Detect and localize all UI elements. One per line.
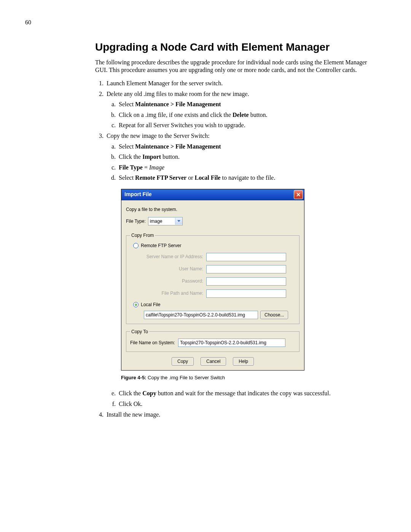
step-2-text: Delete any old .img files to make room f… [107,91,249,97]
copy-button[interactable]: Copy [172,357,194,366]
file-path-input[interactable] [206,289,286,298]
filetype-dropdown-button[interactable] [175,218,182,225]
filetype-combo[interactable] [148,217,183,225]
dialog-button-row: Copy Cancel Help [126,357,299,366]
copy-from-group: Copy From Remote FTP Server Server Name … [126,232,299,324]
local-file-input[interactable] [144,311,258,319]
step-3f: Click Ok. [117,400,377,408]
local-file-radio-row[interactable]: Local File [133,302,295,308]
step-1: Launch Element Manager for the server sw… [105,79,377,88]
local-file-label: Local File [141,302,160,308]
step-2a: Select Maintenance > File Management [117,100,377,109]
cancel-button[interactable]: Cancel [201,357,226,366]
step-3-substeps-cont: Click the Copy button and wait for the m… [107,389,377,408]
copy-to-legend: Copy To [130,329,149,335]
choose-button[interactable]: Choose... [260,311,288,319]
remote-ftp-label: Remote FTP Server [141,243,181,249]
step-4: Install the new image. [105,411,377,419]
dialog-body: Copy a file to the system. File Type: [121,200,304,370]
figure-caption: Figure 4-5: Copy the .img File to Server… [121,374,377,381]
user-name-label: User Name: [144,266,203,272]
step-2: Delete any old .img files to make room f… [105,90,377,129]
dialog-title: Import File [124,191,152,198]
local-file-radio[interactable] [133,302,139,307]
server-name-input[interactable] [206,253,286,261]
step-3: Copy the new image to the Server Switch:… [105,132,377,408]
step-3b: Click the Import button. [117,153,377,161]
step-3-text: Copy the new image to the Server Switch: [107,133,210,139]
svg-marker-2 [177,220,180,222]
step-3-substeps: Select Maintenance > File Management Cli… [107,142,377,182]
import-file-dialog: Import File Copy a file to the system. F… [121,189,304,371]
figure-text: Copy the .img File to Server Switch [146,375,225,380]
chevron-down-icon [177,220,180,222]
dialog-titlebar: Import File [121,189,304,200]
intro-paragraph: The following procedure describes the up… [95,59,377,74]
filetype-label: File Type: [126,218,146,224]
password-input[interactable] [206,277,286,286]
password-label: Password: [144,278,203,284]
remote-ftp-radio[interactable] [133,243,139,248]
step-3a: Select Maintenance > File Management [117,142,377,151]
filetype-input[interactable] [148,218,175,225]
step-3c: File Type = Image [117,163,377,172]
file-name-system-input[interactable] [178,339,285,347]
remote-ftp-radio-row[interactable]: Remote FTP Server [133,243,295,249]
step-3e: Click the Copy button and wait for the m… [117,389,377,398]
file-path-label: File Path and Name: [144,290,203,296]
dialog-subtitle: Copy a file to the system. [126,206,299,212]
user-name-input[interactable] [206,265,286,273]
copy-to-group: Copy To File Name on System: [126,329,299,352]
file-name-system-label: File Name on System: [130,340,175,346]
step-2b: Click on a .img file, if one exists and … [117,111,377,119]
server-name-label: Server Name or IP Address: [144,254,203,260]
page-number: 60 [25,19,384,26]
copy-from-legend: Copy From [130,232,155,238]
close-button[interactable] [294,190,303,199]
close-icon [296,192,301,197]
step-2c: Repeat for all Server Switches you wish … [117,121,377,129]
figure-number: Figure 4-5: [121,375,146,380]
procedure-list: Launch Element Manager for the server sw… [95,79,377,419]
page-title: Upgrading a Node Card with Element Manag… [95,41,377,53]
help-button[interactable]: Help [233,357,254,366]
step-3d: Select Remote FTP Server or Local File t… [117,174,377,182]
step-2-substeps: Select Maintenance > File Management Cli… [107,100,377,129]
